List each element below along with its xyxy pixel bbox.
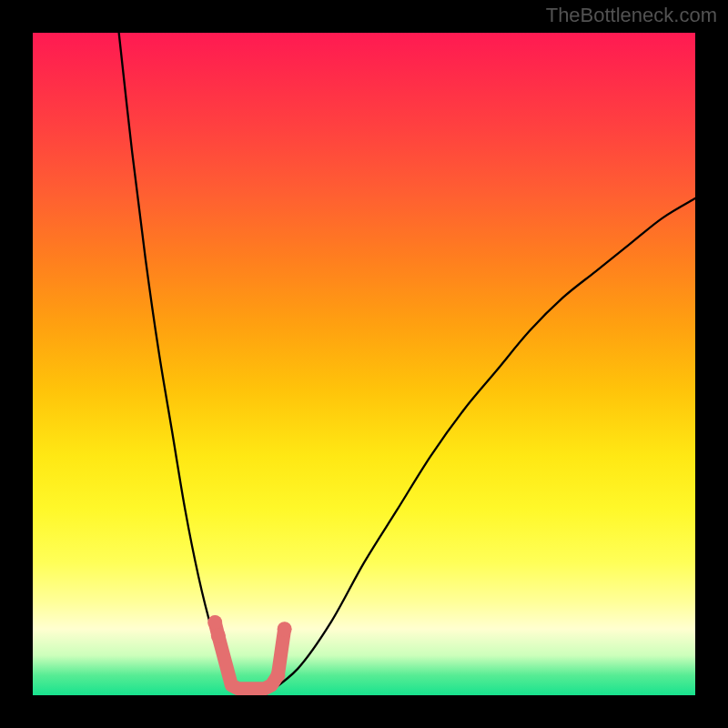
chart-container: TheBottleneck.com xyxy=(0,0,728,728)
sweet-spot-dot xyxy=(278,622,292,636)
right-branch-line xyxy=(265,198,695,695)
plot-area xyxy=(33,33,695,695)
left-branch-line xyxy=(119,33,238,695)
sweet-spot-markers xyxy=(207,615,291,689)
sweet-spot-dot xyxy=(211,628,226,642)
sweet-spot-dot xyxy=(270,668,285,682)
chart-svg xyxy=(33,33,695,695)
sweet-spot-dot xyxy=(207,615,222,630)
watermark-text: TheBottleneck.com xyxy=(546,4,717,27)
